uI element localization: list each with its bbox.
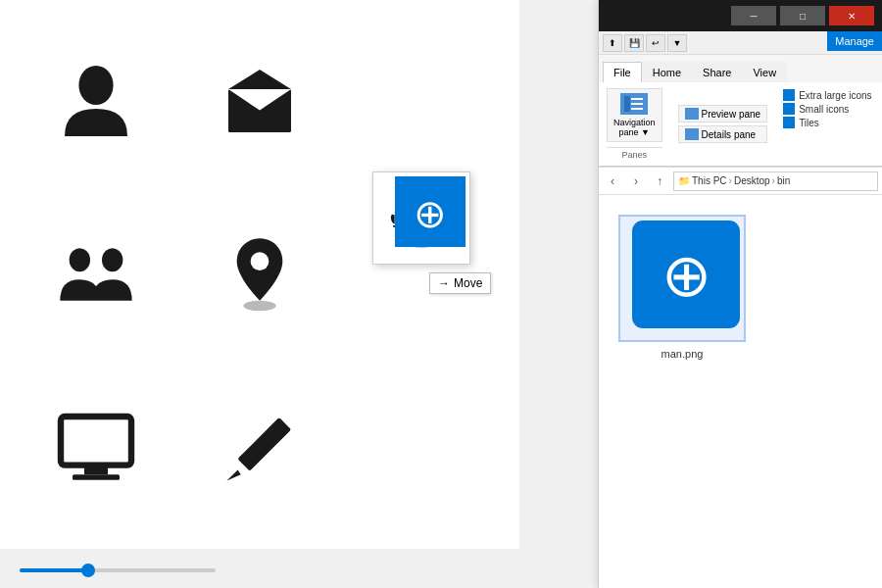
person-icon	[57, 62, 135, 140]
group-icon	[57, 235, 135, 314]
slider-fill	[20, 568, 88, 572]
path-this-pc: This PC	[692, 175, 727, 186]
preview-pane-label: Preview pane	[702, 109, 761, 120]
manage-tab[interactable]: Manage	[827, 31, 882, 51]
svg-rect-10	[73, 474, 120, 480]
svg-point-6	[251, 252, 270, 270]
tiles-label: Tiles	[799, 118, 819, 128]
check-icon-1	[783, 89, 795, 101]
tab-view[interactable]: View	[742, 62, 787, 82]
tab-home[interactable]: Home	[642, 62, 692, 82]
move-arrow: →	[438, 276, 450, 290]
svg-rect-9	[84, 465, 108, 474]
explorer-content: ⊕ man.png	[599, 195, 882, 588]
empty-cell-3	[346, 366, 500, 529]
title-bar: ─ □ ✕	[599, 0, 882, 31]
location-icon-cell	[183, 193, 337, 357]
save-state-btn[interactable]: 💾	[624, 34, 644, 52]
file-item-man[interactable]: ⊕ man.png	[618, 215, 746, 360]
person-icon-cell	[20, 20, 173, 183]
move-tooltip: → Move	[429, 272, 491, 294]
svg-text:⊕: ⊕	[414, 192, 447, 235]
drag-badge-icon: ⊕	[395, 176, 466, 247]
quick-access-btn[interactable]: ⬆	[603, 34, 622, 52]
address-bar: ‹ › ↑ 📁 This PC › Desktop › bin	[599, 168, 882, 195]
dropdown-btn[interactable]: ▼	[667, 34, 687, 52]
ribbon: ⬆ 💾 ↩ ▼ File Home Share View	[599, 31, 882, 168]
details-pane-button[interactable]: Details pane	[678, 125, 768, 143]
svg-rect-21	[624, 96, 630, 112]
svg-marker-1	[228, 70, 291, 89]
nav-pane-label: Navigation pane ▼	[613, 118, 656, 137]
empty-cell-1	[346, 20, 500, 183]
pencil-icon-cell	[183, 366, 337, 529]
path-folder-icon: 📁	[678, 175, 690, 186]
path-sep-2: ›	[772, 175, 775, 186]
svg-point-5	[102, 248, 122, 271]
file-badge-icon: ⊕	[632, 220, 740, 328]
view-menu: Extra large icons Small icons Tiles	[783, 88, 871, 160]
move-label: Move	[454, 276, 482, 290]
small-icons-label: Small icons	[799, 104, 849, 115]
small-icons-item[interactable]: Small icons	[783, 102, 871, 116]
ribbon-group-nav: Navigation pane ▼ Panes	[607, 88, 662, 160]
undo-btn[interactable]: ↩	[646, 34, 665, 52]
svg-rect-24	[631, 108, 643, 110]
extra-large-label: Extra large icons	[799, 90, 871, 101]
explorer-window: ─ □ ✕ Manage ⬆ 💾 ↩ ▼ File Home Share Vie…	[598, 0, 882, 588]
svg-rect-8	[61, 416, 131, 466]
ribbon-content: Navigation pane ▼ Panes Preview pane Det…	[599, 82, 882, 167]
path-bin: bin	[777, 175, 790, 186]
extra-large-icons-item[interactable]: Extra large icons	[783, 88, 871, 102]
monitor-icon-cell	[20, 366, 173, 529]
zoom-slider[interactable]	[20, 563, 216, 578]
back-button[interactable]: ‹	[603, 172, 622, 191]
address-path[interactable]: 📁 This PC › Desktop › bin	[673, 172, 878, 191]
file-icon-wrapper: ⊕	[618, 215, 746, 342]
path-sep-1: ›	[729, 175, 732, 186]
svg-rect-11	[237, 417, 291, 471]
ribbon-tabs: File Home Share View	[599, 55, 882, 82]
forward-button[interactable]: ›	[626, 172, 646, 191]
svg-text:⊕: ⊕	[662, 242, 711, 309]
svg-point-4	[70, 248, 90, 271]
slider-thumb[interactable]	[81, 564, 95, 577]
nav-pane-icon	[620, 93, 648, 115]
close-button[interactable]: ✕	[829, 6, 874, 25]
tab-file[interactable]: File	[603, 62, 642, 82]
maximize-button[interactable]: □	[780, 6, 825, 25]
svg-rect-23	[631, 103, 643, 105]
nav-pane-button[interactable]: Navigation pane ▼	[607, 88, 662, 142]
svg-marker-12	[226, 469, 240, 480]
check-icon-3	[783, 117, 795, 128]
dragged-icon[interactable]: ⊕	[372, 172, 470, 265]
preview-pane-button[interactable]: Preview pane	[678, 105, 768, 122]
minimize-button[interactable]: ─	[731, 6, 776, 25]
svg-point-7	[243, 301, 275, 312]
tiles-item[interactable]: Tiles	[783, 116, 871, 129]
panes-label: Panes	[607, 147, 662, 160]
path-desktop: Desktop	[734, 175, 770, 186]
details-pane-label: Details pane	[702, 129, 757, 140]
check-icon-2	[783, 103, 795, 115]
mail-icon-cell	[183, 20, 337, 183]
monitor-icon	[57, 409, 135, 487]
tab-share[interactable]: Share	[692, 62, 742, 82]
group-icon-cell	[20, 193, 173, 357]
svg-point-0	[79, 66, 114, 105]
slider-track	[20, 568, 216, 572]
ribbon-group-panes: Preview pane Details pane	[678, 88, 768, 160]
up-button[interactable]: ↑	[650, 172, 669, 191]
location-icon	[220, 235, 299, 314]
mail-icon	[220, 62, 299, 140]
pencil-icon	[220, 409, 299, 487]
file-name-label: man.png	[662, 348, 704, 360]
svg-rect-22	[631, 98, 643, 100]
